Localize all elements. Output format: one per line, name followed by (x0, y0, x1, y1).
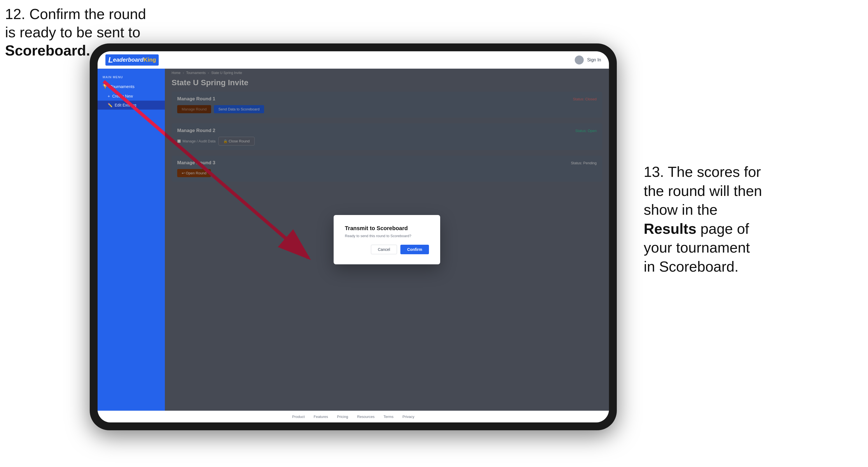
modal-buttons: Cancel Confirm (345, 245, 429, 254)
edit-icon: ✏️ (108, 103, 113, 107)
annotation-top-left: 12. Confirm the round is ready to be sen… (5, 5, 146, 60)
header-right: Sign In (575, 56, 601, 64)
sidebar-item-edit-existing[interactable]: ✏️ Edit Existing (98, 101, 165, 110)
app-header: L eaderboard King Sign In (98, 51, 609, 69)
sidebar: MAIN MENU 🏆 Tournaments + Create New ✏️ … (98, 69, 165, 411)
footer-link-pricing[interactable]: Pricing (337, 414, 348, 419)
trophy-icon: 🏆 (103, 84, 108, 89)
annotation-line3-bold: Scoreboard. (5, 42, 90, 59)
modal-overlay: Transmit to Scoreboard Ready to send thi… (165, 69, 609, 411)
modal-title: Transmit to Scoreboard (345, 225, 429, 231)
avatar (575, 56, 584, 64)
annotation-right-text: 13. The scores for the round will then s… (644, 164, 762, 275)
tablet-screen: L eaderboard King Sign In MAIN MENU 🏆 (98, 51, 609, 423)
tournaments-label: Tournaments (110, 84, 134, 89)
create-new-label: Create New (112, 94, 133, 98)
footer-link-features[interactable]: Features (314, 414, 328, 419)
footer-link-privacy[interactable]: Privacy (402, 414, 414, 419)
app-body: MAIN MENU 🏆 Tournaments + Create New ✏️ … (98, 69, 609, 411)
annotation-line1: 12. Confirm the round (5, 6, 146, 22)
annotation-line2: is ready to be sent to (5, 24, 141, 40)
modal-subtitle: Ready to send this round to Scoreboard? (345, 234, 429, 238)
edit-existing-label: Edit Existing (115, 103, 136, 107)
sidebar-item-tournaments[interactable]: 🏆 Tournaments (98, 81, 165, 92)
modal-box: Transmit to Scoreboard Ready to send thi… (334, 215, 440, 264)
tablet-frame: L eaderboard King Sign In MAIN MENU 🏆 (90, 43, 617, 430)
footer-link-terms[interactable]: Terms (383, 414, 393, 419)
main-menu-label: MAIN MENU (98, 73, 165, 81)
annotation-right: 13. The scores for the round will then s… (644, 163, 857, 276)
footer-link-resources[interactable]: Resources (357, 414, 375, 419)
sidebar-item-create-new[interactable]: + Create New (98, 92, 165, 101)
footer-link-product[interactable]: Product (292, 414, 305, 419)
main-content: Home › Tournaments › State U Spring Invi… (165, 69, 609, 411)
app-footer: Product Features Pricing Resources Terms… (98, 411, 609, 423)
modal-cancel-button[interactable]: Cancel (371, 245, 397, 254)
plus-icon: + (108, 94, 110, 98)
modal-confirm-button[interactable]: Confirm (400, 245, 429, 254)
app-container: L eaderboard King Sign In MAIN MENU 🏆 (98, 51, 609, 423)
sign-in-link[interactable]: Sign In (587, 58, 601, 63)
